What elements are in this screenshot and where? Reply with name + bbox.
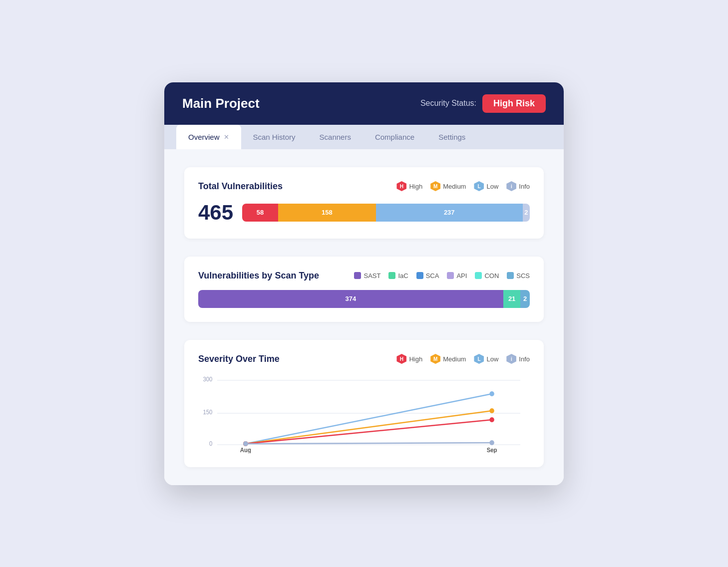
tab-close-icon[interactable]: ✕: [224, 133, 229, 141]
tab-settings-label: Settings: [438, 133, 465, 141]
legend-low: L Low: [474, 181, 498, 191]
sast-dot: [354, 272, 361, 279]
project-title: Main Project: [182, 96, 260, 111]
high-sep-dot: [489, 417, 494, 422]
sev-legend-medium-label: Medium: [443, 355, 466, 363]
x-label-aug: Aug: [240, 446, 251, 453]
scs-dot: [507, 272, 514, 279]
legend-high-label: High: [409, 183, 422, 190]
svg-line-5: [246, 420, 492, 444]
header-status: Security Status: High Risk: [420, 94, 546, 113]
sev-legend-medium: M Medium: [430, 354, 466, 364]
legend-iac: IaC: [388, 272, 408, 280]
total-count: 465: [198, 201, 233, 225]
api-dot: [447, 272, 454, 279]
medium-badge-icon: M: [430, 181, 440, 191]
y-label-300: 300: [203, 375, 212, 382]
sev-info-icon: i: [506, 354, 516, 364]
legend-api: API: [447, 272, 467, 280]
info-sep-dot: [489, 440, 494, 445]
y-label-150: 150: [203, 408, 212, 415]
content-area: Total Vulnerabilities H High M Medium L …: [164, 149, 564, 485]
svg-line-4: [246, 411, 492, 444]
legend-info: i Info: [506, 181, 530, 191]
bar-medium: 158: [278, 204, 376, 222]
severity-title: Severity Over Time: [198, 354, 280, 364]
legend-scs-label: SCS: [516, 272, 530, 280]
total-vuln-bar: 58 158 237 2: [242, 204, 530, 222]
total-vuln-legend: H High M Medium L Low i Info: [396, 181, 530, 191]
bar-high: 58: [242, 204, 278, 222]
severity-chart: 300 150 0: [198, 373, 530, 453]
svg-line-6: [246, 443, 492, 444]
severity-header: Severity Over Time H High M Medium L Low: [198, 354, 530, 364]
legend-iac-label: IaC: [398, 272, 408, 280]
low-sep-dot: [489, 391, 494, 396]
tab-scan-history[interactable]: Scan History: [241, 125, 308, 149]
sev-legend-high-label: High: [409, 355, 422, 363]
severity-legend: H High M Medium L Low i Info: [396, 354, 530, 364]
scan-type-title: Vulnerabilities by Scan Type: [198, 271, 319, 281]
legend-medium-label: Medium: [443, 183, 466, 190]
legend-con-label: CON: [484, 272, 499, 280]
sev-high-icon: H: [396, 354, 406, 364]
y-label-0: 0: [209, 440, 213, 446]
total-vuln-header: Total Vulnerabilities H High M Medium L …: [198, 181, 530, 192]
legend-info-label: Info: [519, 183, 530, 190]
tabs-bar: Overview ✕ Scan History Scanners Complia…: [164, 125, 564, 149]
tab-scanners-label: Scanners: [320, 133, 351, 141]
severity-over-time-section: Severity Over Time H High M Medium L Low: [184, 340, 544, 467]
sev-legend-info: i Info: [506, 354, 530, 364]
scan-type-section: Vulnerabilities by Scan Type SAST IaC SC…: [184, 257, 544, 322]
legend-sast-label: SAST: [364, 272, 380, 280]
sev-legend-low: L Low: [474, 354, 498, 364]
iac-dot: [388, 272, 395, 279]
con-dot: [475, 272, 482, 279]
legend-low-label: Low: [486, 183, 498, 190]
tab-scan-history-label: Scan History: [253, 133, 296, 141]
main-card: Main Project Security Status: High Risk …: [164, 82, 564, 485]
sev-low-icon: L: [474, 354, 484, 364]
sev-legend-low-label: Low: [486, 355, 498, 363]
sev-legend-high: H High: [396, 354, 422, 364]
bar-con: 21: [503, 290, 521, 308]
scan-type-bar: 374 21 2: [198, 290, 530, 308]
severity-svg: 300 150 0: [198, 373, 530, 453]
legend-sca: SCA: [416, 272, 439, 280]
tab-compliance-label: Compliance: [375, 133, 414, 141]
high-risk-badge: High Risk: [482, 94, 546, 113]
legend-scs: SCS: [507, 272, 530, 280]
total-vuln-title: Total Vulnerabilities: [198, 181, 283, 192]
vuln-total-row: 465 58 158 237 2: [198, 201, 530, 225]
x-label-sep: Sep: [487, 446, 497, 453]
tab-overview[interactable]: Overview ✕: [176, 125, 241, 149]
legend-sast: SAST: [354, 272, 380, 280]
info-aug-dot: [243, 441, 248, 446]
legend-sca-label: SCA: [426, 272, 439, 280]
bar-low: 237: [376, 204, 523, 222]
legend-high: H High: [396, 181, 422, 191]
header: Main Project Security Status: High Risk: [164, 82, 564, 125]
scan-type-header: Vulnerabilities by Scan Type SAST IaC SC…: [198, 271, 530, 281]
bar-scs: 2: [520, 290, 530, 308]
sca-dot: [416, 272, 423, 279]
legend-api-label: API: [456, 272, 467, 280]
scan-type-legend: SAST IaC SCA API: [354, 272, 530, 280]
medium-sep-dot: [489, 408, 494, 413]
svg-line-3: [246, 394, 492, 444]
tab-overview-label: Overview: [188, 133, 220, 141]
bar-info: 2: [523, 204, 530, 222]
total-vulnerabilities-section: Total Vulnerabilities H High M Medium L …: [184, 167, 544, 239]
high-badge-icon: H: [396, 181, 406, 191]
tab-settings[interactable]: Settings: [426, 125, 477, 149]
tab-compliance[interactable]: Compliance: [363, 125, 426, 149]
low-badge-icon: L: [474, 181, 484, 191]
legend-medium: M Medium: [430, 181, 466, 191]
bar-sast: 374: [198, 290, 503, 308]
sev-legend-info-label: Info: [519, 355, 530, 363]
info-badge-icon: i: [506, 181, 516, 191]
legend-con: CON: [475, 272, 499, 280]
tab-scanners[interactable]: Scanners: [308, 125, 363, 149]
status-label: Security Status:: [420, 99, 476, 108]
sev-medium-icon: M: [430, 354, 440, 364]
